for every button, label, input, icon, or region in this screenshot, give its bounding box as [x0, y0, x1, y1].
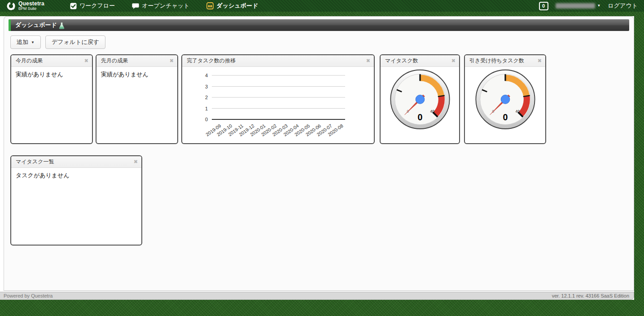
- nav-openchat-label: オープンチャット: [142, 2, 189, 10]
- logout-link[interactable]: ログアウト: [608, 2, 638, 10]
- close-icon[interactable]: ✖: [134, 159, 138, 164]
- background-bottom-strip: [0, 300, 644, 316]
- workflow-check-icon: [70, 3, 77, 9]
- dashboard-icon: [206, 2, 214, 9]
- page-title: ダッシュボード: [15, 21, 57, 29]
- widget-last-month-results: 先月の成果 ✖ 実績がありません: [96, 54, 178, 144]
- close-icon[interactable]: ✖: [366, 58, 370, 63]
- svg-text:2: 2: [205, 95, 208, 100]
- reset-default-button[interactable]: デフォルトに戻す: [45, 35, 105, 49]
- reset-default-label: デフォルトに戻す: [52, 38, 99, 46]
- powered-by-text: Powered by Questetra: [4, 293, 53, 298]
- widget-title: 引き受け待ちタスク数: [469, 57, 538, 65]
- title-accent-strip: [9, 19, 11, 31]
- close-icon[interactable]: ✖: [170, 58, 174, 63]
- brand-name: Questetra: [18, 1, 44, 6]
- page-title-bar: ダッシュボード: [9, 19, 629, 31]
- widget-header[interactable]: マイタスク一覧 ✖: [11, 156, 141, 168]
- widget-empty-text: 実績がありません: [11, 67, 92, 82]
- widget-header[interactable]: 先月の成果 ✖: [96, 55, 177, 67]
- widget-title: マイタスク数: [385, 57, 451, 65]
- chevron-down-icon: ▼: [597, 4, 601, 8]
- questetra-q-icon: [6, 1, 16, 11]
- chat-bubble-icon: [132, 3, 139, 9]
- nav-item-dashboard[interactable]: ダッシュボード: [206, 2, 258, 10]
- nav-item-workflow[interactable]: ワークフロー: [70, 2, 115, 10]
- widget-my-task-count: マイタスク数 ✖ 0400: [380, 54, 460, 144]
- top-navbar: Questetra BPM Suite ワークフロー オープンチャット ダッシュ…: [0, 0, 644, 12]
- waiting-task-count-gauge: 0400: [465, 68, 545, 137]
- close-icon[interactable]: ✖: [538, 58, 542, 63]
- close-icon[interactable]: ✖: [451, 58, 456, 63]
- widget-title: 完了タスク数の推移: [187, 57, 366, 65]
- svg-text:1: 1: [205, 106, 208, 111]
- nav-item-openchat[interactable]: オープンチャット: [132, 2, 189, 10]
- widget-header[interactable]: マイタスク数 ✖: [381, 55, 459, 67]
- gauge-value: 0: [503, 112, 508, 122]
- close-icon[interactable]: ✖: [84, 58, 88, 63]
- widget-title: 今月の成果: [16, 57, 84, 65]
- svg-text:40: 40: [430, 109, 434, 114]
- add-widget-label: 追加: [17, 38, 28, 46]
- nav-dashboard-label: ダッシュボード: [216, 2, 258, 10]
- nav-workflow-label: ワークフロー: [79, 2, 115, 10]
- gauge-value: 0: [417, 112, 422, 122]
- flask-icon: [59, 22, 65, 29]
- widget-header[interactable]: 今月の成果 ✖: [11, 55, 92, 67]
- svg-text:40: 40: [515, 109, 520, 114]
- gauge-hub: [416, 95, 425, 104]
- gauge-svg: 0400: [472, 68, 539, 136]
- widget-title: マイタスク一覧: [16, 158, 134, 166]
- trend-chart-svg: 012342019-092019-102019-112019-122020-01…: [182, 67, 374, 143]
- svg-text:4: 4: [205, 73, 208, 78]
- add-widget-button[interactable]: 追加 ▼: [10, 35, 41, 49]
- trend-line-chart: 012342019-092019-102019-112019-122020-01…: [182, 67, 374, 143]
- widget-header[interactable]: 引き受け待ちタスク数 ✖: [465, 55, 545, 67]
- background-right-strip: [634, 16, 644, 300]
- username-redacted: [556, 3, 595, 9]
- notification-count-badge[interactable]: 0: [539, 2, 548, 10]
- widget-empty-text: タスクがありません: [11, 168, 141, 183]
- dashboard-toolbar: 追加 ▼ デフォルトに戻す: [10, 35, 105, 49]
- widget-completed-task-trend: 完了タスク数の推移 ✖ 012342019-092019-102019-1120…: [181, 54, 375, 144]
- brand-subtitle: BPM Suite: [18, 7, 44, 11]
- widget-title: 先月の成果: [101, 57, 170, 65]
- gauge-svg: 0400: [386, 68, 454, 136]
- widget-this-month-results: 今月の成果 ✖ 実績がありません: [10, 54, 93, 144]
- brand-text: Questetra BPM Suite: [18, 1, 44, 11]
- chevron-down-icon: ▼: [31, 40, 35, 44]
- widget-waiting-task-count: 引き受け待ちタスク数 ✖ 0400: [464, 54, 546, 144]
- version-text: ver. 12.1.1 rev. 43166 SaaS Edition: [552, 293, 629, 298]
- brand-logo[interactable]: Questetra BPM Suite: [6, 1, 70, 11]
- widget-empty-text: 実績がありません: [96, 67, 177, 82]
- main-panel: ダッシュボード 追加 ▼ デフォルトに戻す 今月の成果 ✖ 実績がありません: [4, 16, 634, 291]
- widget-header[interactable]: 完了タスク数の推移 ✖: [182, 55, 374, 67]
- gauge-hub: [501, 95, 510, 104]
- widget-my-task-list: マイタスク一覧 ✖ タスクがありません: [10, 155, 142, 246]
- user-menu[interactable]: ▼: [556, 3, 601, 9]
- footer-bar: Powered by Questetra ver. 12.1.1 rev. 43…: [0, 292, 634, 300]
- svg-text:0: 0: [205, 117, 208, 122]
- my-task-count-gauge: 0400: [381, 68, 459, 137]
- svg-text:3: 3: [205, 84, 208, 89]
- nav-right-group: 0 ▼ ログアウト: [539, 2, 638, 10]
